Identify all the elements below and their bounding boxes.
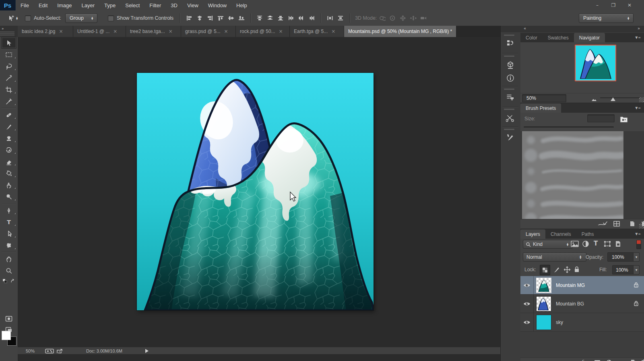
brush-stroke-preview-icon[interactable] [598, 221, 607, 229]
filter-adjustment-layers-icon[interactable] [582, 240, 590, 249]
menu-layer[interactable]: Layer [77, 0, 100, 10]
show-transform-checkbox[interactable] [108, 15, 114, 21]
menu-file[interactable]: File [16, 0, 34, 10]
info-panel-icon[interactable] [503, 72, 518, 84]
tab-paths[interactable]: Paths [576, 229, 599, 239]
lock-transparency-button[interactable] [540, 265, 550, 275]
lasso-tool[interactable] [0, 60, 18, 72]
move-tool[interactable] [1, 37, 17, 49]
lock-all-button[interactable] [574, 266, 580, 274]
restore-button[interactable]: ❐ [606, 1, 621, 9]
layer-row-sky[interactable]: sky [520, 313, 644, 332]
filter-shape-layers-icon[interactable] [603, 240, 611, 249]
clone-stamp-tool[interactable] [0, 132, 18, 144]
layer-name[interactable]: Mountain MG [556, 283, 585, 288]
new-adjustment-layer-icon[interactable] [606, 359, 613, 361]
layer-name[interactable]: Mountain BG [556, 301, 584, 307]
tab-close-icon[interactable]: × [224, 29, 228, 34]
navigator-zoom-slider-track[interactable] [600, 97, 640, 98]
lock-position-button[interactable] [563, 266, 571, 275]
opacity-field[interactable]: 100% ▼ [607, 252, 640, 262]
visibility-toggle[interactable] [520, 313, 534, 331]
navigator-zoom-field[interactable]: 50% [522, 94, 566, 102]
tab-layers[interactable]: Layers [520, 229, 545, 239]
dock-collapse-button[interactable]: « [524, 26, 526, 31]
menu-3d[interactable]: 3D [166, 0, 182, 10]
brush-preset-item[interactable] [522, 179, 623, 196]
layer-row-mountain-bg[interactable]: Mountain BG [520, 295, 644, 313]
fill-field[interactable]: 100% ▼ [612, 265, 640, 274]
paint-bucket-tool[interactable] [0, 167, 18, 179]
tab-navigator[interactable]: Navigator [574, 33, 605, 42]
align-top-edges-icon[interactable] [215, 13, 226, 23]
menu-view[interactable]: View [182, 0, 203, 10]
healing-brush-tool[interactable] [0, 109, 18, 121]
dodge-tool[interactable] [0, 191, 18, 202]
panel-menu-icon[interactable]: ▼≡ [632, 229, 644, 239]
panel-resize-grip[interactable] [639, 224, 644, 229]
tool-preset-caret-icon[interactable]: ▲▼ [16, 17, 19, 20]
magic-wand-tool[interactable] [0, 72, 18, 84]
menu-select[interactable]: Select [120, 0, 144, 10]
marquee-tool[interactable] [0, 49, 18, 60]
brush-tool[interactable] [0, 121, 18, 132]
history-brush-tool[interactable] [0, 144, 18, 156]
hand-tool[interactable] [0, 253, 18, 265]
brush-preset-item[interactable] [522, 147, 623, 163]
menu-help[interactable]: Help [231, 0, 252, 10]
brush-presets-list[interactable] [522, 131, 623, 219]
opacity-caret-icon[interactable]: ▼ [633, 253, 639, 261]
visibility-toggle[interactable] [520, 276, 534, 294]
menu-window[interactable]: Window [203, 0, 231, 10]
tab-channels[interactable]: Channels [545, 229, 576, 239]
layer-thumbnail[interactable] [536, 278, 551, 293]
brush-preset-item[interactable] [522, 131, 623, 147]
distribute-left-icon[interactable] [286, 13, 296, 23]
doc-size-readout[interactable]: Doc: 3.00M/10.6M [86, 349, 122, 353]
history-panel-icon[interactable] [503, 38, 518, 49]
panel-resize-grip[interactable] [639, 97, 644, 102]
layer-thumbnail[interactable] [536, 296, 551, 311]
brush-preset-item[interactable] [522, 196, 623, 212]
new-layer-icon[interactable] [630, 359, 636, 361]
document-canvas[interactable] [137, 73, 374, 310]
document-tab[interactable]: grass.psd @ 5...× [181, 26, 236, 37]
layer-filter-kind-dropdown[interactable]: Kind ▲▼ [523, 240, 573, 249]
add-mask-icon[interactable] [594, 359, 601, 361]
menu-image[interactable]: Image [52, 0, 76, 10]
dock-expand-button[interactable]: » [638, 26, 640, 31]
document-tab[interactable]: rock.psd @ 50...× [236, 26, 290, 37]
document-tab[interactable]: basic idea 2.jpg× [18, 26, 73, 37]
panel-menu-icon[interactable]: ▼≡ [632, 33, 644, 42]
panel-menu-icon[interactable]: ▼≡ [632, 103, 644, 113]
brush-folder-icon[interactable] [619, 114, 629, 126]
align-bottom-edges-icon[interactable] [236, 13, 247, 23]
new-group-icon[interactable] [618, 359, 625, 361]
menu-edit[interactable]: Edit [34, 0, 52, 10]
navigator-zoom-slider-thumb[interactable] [611, 95, 615, 103]
menu-filter[interactable]: Filter [144, 0, 166, 10]
path-selection-tool[interactable] [0, 228, 18, 239]
layer-name[interactable]: sky [556, 320, 563, 325]
foreground-color-swatch[interactable] [2, 331, 11, 340]
visibility-toggle[interactable] [520, 295, 534, 313]
pen-tool[interactable] [0, 204, 18, 216]
align-v-centers-icon[interactable] [226, 13, 236, 23]
eraser-tool[interactable] [0, 156, 18, 167]
distribute-right-icon[interactable] [307, 13, 317, 23]
crop-tool[interactable] [0, 84, 18, 95]
align-right-edges-icon[interactable] [205, 13, 215, 23]
quick-mask-button[interactable] [0, 313, 18, 324]
zoom-out-icon[interactable] [591, 96, 597, 103]
tab-close-icon[interactable]: × [169, 29, 173, 34]
toolbar-expand-button[interactable]: » [2, 27, 4, 31]
menu-type[interactable]: Type [99, 0, 120, 10]
tab-swatches[interactable]: Swatches [543, 33, 574, 42]
layer-comps-panel-icon[interactable] [503, 92, 518, 103]
document-tab-active[interactable]: Mountains.psd @ 50% (Mountain MG , RGB/8… [344, 26, 456, 37]
eyedropper-tool[interactable] [0, 95, 18, 107]
distribute-bottom-icon[interactable] [275, 13, 286, 23]
zoom-tool[interactable] [0, 265, 18, 276]
tab-close-icon[interactable]: × [113, 29, 117, 34]
layer-filtering-toggle[interactable] [636, 240, 641, 249]
